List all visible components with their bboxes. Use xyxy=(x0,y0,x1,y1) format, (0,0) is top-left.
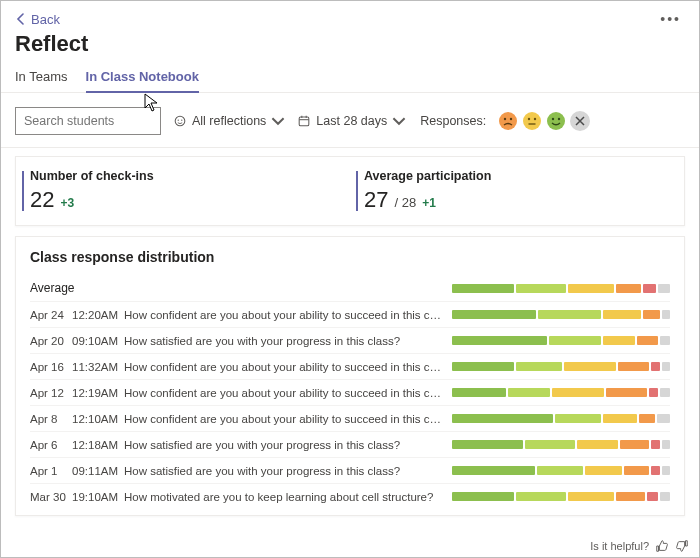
distribution-row[interactable]: Apr 1212:19AMHow confident are you about… xyxy=(30,379,670,405)
row-date: Apr 1 xyxy=(30,465,72,477)
bar-segment xyxy=(662,440,670,449)
thumbs-down-icon[interactable] xyxy=(675,539,689,553)
bar-segment xyxy=(452,492,514,501)
filter-date-range[interactable]: Last 28 days xyxy=(297,114,406,128)
chevron-down-icon xyxy=(271,114,285,128)
svg-point-14 xyxy=(547,112,565,130)
search-input-wrapper[interactable] xyxy=(15,107,161,135)
distribution-row[interactable]: Average xyxy=(30,275,670,301)
bar-segment xyxy=(662,362,670,371)
chevron-down-icon xyxy=(392,114,406,128)
svg-point-1 xyxy=(178,119,179,120)
row-question: How confident are you about your ability… xyxy=(124,413,452,425)
bar-segment xyxy=(662,310,670,319)
bar-segment xyxy=(452,362,514,371)
bar-segment xyxy=(452,440,523,449)
tab-in-teams[interactable]: In Teams xyxy=(15,63,68,92)
svg-point-11 xyxy=(528,118,530,120)
row-date: Apr 24 xyxy=(30,309,72,321)
bar-segment xyxy=(639,414,656,423)
distribution-bar xyxy=(452,310,670,319)
feedback-label: Is it helpful? xyxy=(590,540,649,552)
clear-filter-button[interactable] xyxy=(570,111,590,131)
bar-segment xyxy=(525,440,575,449)
svg-point-12 xyxy=(534,118,536,120)
back-button[interactable]: Back xyxy=(15,12,60,27)
bar-segment xyxy=(603,414,637,423)
distribution-bar xyxy=(452,466,670,475)
more-button[interactable]: ••• xyxy=(656,11,685,27)
svg-point-16 xyxy=(558,118,560,120)
stat-participation-total: / 28 xyxy=(394,195,416,210)
distribution-row[interactable]: Apr 812:10AMHow confident are you about … xyxy=(30,405,670,431)
distribution-title: Class response distribution xyxy=(30,249,670,265)
face-sad-icon[interactable] xyxy=(498,111,518,131)
stats-card: Number of check-ins 22 +3 Average partic… xyxy=(15,156,685,226)
calendar-icon xyxy=(297,114,311,128)
distribution-row[interactable]: Mar 3019:10AMHow motivated are you to ke… xyxy=(30,483,670,509)
face-happy-icon[interactable] xyxy=(546,111,566,131)
distribution-row[interactable]: Apr 2412:20AMHow confident are you about… xyxy=(30,301,670,327)
row-date: Apr 12 xyxy=(30,387,72,399)
filter-date-label: Last 28 days xyxy=(316,114,387,128)
bar-segment xyxy=(452,284,514,293)
bar-segment xyxy=(538,310,601,319)
filter-reflections[interactable]: All reflections xyxy=(173,114,285,128)
bar-segment xyxy=(452,310,536,319)
bar-segment xyxy=(620,440,649,449)
stat-checkins: Number of check-ins 22 +3 xyxy=(16,169,350,213)
bar-segment xyxy=(508,388,550,397)
close-icon xyxy=(575,116,585,126)
row-question: How satisfied are you with your progress… xyxy=(124,335,452,347)
face-neutral-icon[interactable] xyxy=(522,111,542,131)
search-input[interactable] xyxy=(24,114,152,128)
bar-segment xyxy=(603,310,641,319)
row-date: Apr 8 xyxy=(30,413,72,425)
stat-checkins-value: 22 xyxy=(30,187,54,213)
row-date: Mar 30 xyxy=(30,491,72,503)
responses-label: Responses: xyxy=(420,114,486,128)
svg-point-8 xyxy=(504,118,506,120)
bar-segment xyxy=(618,362,649,371)
stat-participation-value: 27 xyxy=(364,187,388,213)
thumbs-up-icon[interactable] xyxy=(655,539,669,553)
bar-segment xyxy=(564,362,616,371)
distribution-row[interactable]: Apr 109:11AMHow satisfied are you with y… xyxy=(30,457,670,483)
bar-segment xyxy=(452,414,553,423)
row-time: 12:18AM xyxy=(72,439,124,451)
distribution-row[interactable]: Apr 612:18AMHow satisfied are you with y… xyxy=(30,431,670,457)
bar-segment xyxy=(516,284,566,293)
bar-segment xyxy=(637,336,658,345)
row-time: 12:10AM xyxy=(72,413,124,425)
svg-point-7 xyxy=(499,112,517,130)
stat-checkins-delta: +3 xyxy=(60,196,74,210)
toolbar: All reflections Last 28 days Responses: xyxy=(1,97,699,148)
row-question: How confident are you about your ability… xyxy=(124,309,452,321)
bar-segment xyxy=(516,492,566,501)
distribution-bar xyxy=(452,388,670,397)
svg-point-9 xyxy=(510,118,512,120)
bar-segment xyxy=(537,466,583,475)
row-time: 19:10AM xyxy=(72,491,124,503)
reflections-icon xyxy=(173,114,187,128)
svg-point-2 xyxy=(181,119,182,120)
svg-point-0 xyxy=(175,116,185,126)
distribution-bar xyxy=(452,440,670,449)
distribution-row[interactable]: Apr 1611:32AMHow confident are you about… xyxy=(30,353,670,379)
tab-in-class-notebook[interactable]: In Class Notebook xyxy=(86,63,199,92)
row-time: 12:19AM xyxy=(72,387,124,399)
bar-segment xyxy=(660,388,670,397)
svg-rect-3 xyxy=(300,117,310,126)
bar-segment xyxy=(452,466,535,475)
bar-segment xyxy=(603,336,635,345)
row-question: How confident are you about your ability… xyxy=(124,387,452,399)
row-date: Apr 6 xyxy=(30,439,72,451)
bar-segment xyxy=(568,492,614,501)
distribution-row[interactable]: Apr 2009:10AMHow satisfied are you with … xyxy=(30,327,670,353)
svg-point-15 xyxy=(552,118,554,120)
bar-segment xyxy=(555,414,601,423)
distribution-bar xyxy=(452,362,670,371)
row-label: Average xyxy=(30,281,72,295)
bar-segment xyxy=(616,284,641,293)
stat-participation-title: Average participation xyxy=(364,169,670,183)
